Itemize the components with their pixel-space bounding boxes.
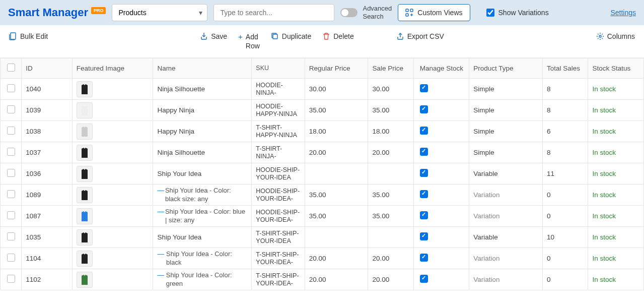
cell-sku[interactable]: T-SHIRT-HAPPY-NINJA [252, 121, 305, 142]
cell-regular-price[interactable]: 20.00 [305, 269, 368, 290]
cell-id[interactable]: 1039 [22, 100, 72, 121]
dashboard-select[interactable]: Products [112, 4, 207, 21]
cell-stock-status[interactable]: In stock [588, 185, 644, 206]
cell-stock-status[interactable]: In stock [588, 142, 644, 163]
select-all-checkbox[interactable] [7, 64, 15, 72]
cell-name[interactable]: —Ship Your Idea - Color: black size: any [153, 185, 252, 206]
cell-featured-image[interactable] [72, 227, 153, 248]
cell-manage-stock[interactable] [413, 185, 469, 206]
cell-featured-image[interactable] [72, 206, 153, 227]
cell-sale-price[interactable] [368, 163, 413, 185]
cell-stock-status[interactable]: In stock [588, 227, 644, 248]
cell-sku[interactable]: HOODIE-HAPPY-NINJA [252, 100, 305, 121]
cell-stock-status[interactable]: In stock [588, 79, 644, 100]
cell-name[interactable]: Happy Ninja [153, 121, 252, 142]
cell-total-sales[interactable]: 10 [542, 227, 588, 248]
cell-manage-stock[interactable] [413, 79, 469, 100]
show-variations-checkbox[interactable] [486, 9, 494, 17]
cell-regular-price[interactable]: 30.00 [305, 79, 368, 100]
col-header-total-sales[interactable]: Total Sales [542, 58, 588, 79]
cell-name[interactable]: —Ship Your Idea - Color: black [153, 248, 252, 269]
row-checkbox[interactable] [7, 105, 15, 113]
cell-regular-price[interactable] [305, 163, 368, 185]
col-header-name[interactable]: Name [153, 58, 252, 79]
cell-product-type[interactable]: Variable [469, 227, 543, 248]
cell-name[interactable]: Ninja Silhouette [153, 79, 252, 100]
col-header-product-type[interactable]: Product Type [469, 58, 543, 79]
col-header-sku[interactable]: SKU [252, 58, 305, 79]
manage-stock-checkbox[interactable] [420, 84, 428, 92]
show-variations-wrap[interactable]: Show Variations [486, 9, 549, 17]
cell-featured-image[interactable] [72, 163, 153, 185]
search-input[interactable] [213, 4, 334, 21]
cell-product-type[interactable]: Variation [469, 269, 543, 290]
custom-views-button[interactable]: Custom Views [398, 4, 470, 21]
manage-stock-checkbox[interactable] [420, 105, 428, 113]
export-csv-button[interactable]: Export CSV [396, 32, 444, 40]
cell-name[interactable]: —Ship Your Idea - Color: green [153, 269, 252, 290]
cell-name[interactable]: Ship Your Idea [153, 163, 252, 185]
cell-id[interactable]: 1036 [22, 163, 72, 185]
cell-total-sales[interactable]: 0 [542, 248, 588, 269]
cell-sku[interactable]: T-SHIRT-NINJA- [252, 142, 305, 163]
cell-name[interactable]: Happy Ninja [153, 100, 252, 121]
cell-manage-stock[interactable] [413, 142, 469, 163]
col-header-image[interactable]: Featured Image [72, 58, 153, 79]
cell-sku[interactable]: HOODIE-SHIP-YOUR-IDEA- [252, 185, 305, 206]
col-header-manage-stock[interactable]: Manage Stock [413, 58, 469, 79]
add-row-button[interactable]: + Add Row [238, 32, 260, 50]
cell-featured-image[interactable] [72, 121, 153, 142]
cell-id[interactable]: 1089 [22, 185, 72, 206]
cell-total-sales[interactable]: 0 [542, 206, 588, 227]
cell-featured-image[interactable] [72, 142, 153, 163]
cell-manage-stock[interactable] [413, 227, 469, 248]
row-checkbox[interactable] [7, 84, 15, 92]
cell-stock-status[interactable]: In stock [588, 206, 644, 227]
cell-product-type[interactable]: Simple [469, 121, 543, 142]
cell-total-sales[interactable]: 6 [542, 121, 588, 142]
cell-sale-price[interactable]: 20.00 [368, 142, 413, 163]
row-checkbox[interactable] [7, 148, 15, 156]
col-header-stock-status[interactable]: Stock Status [588, 58, 644, 79]
cell-id[interactable]: 1087 [22, 206, 72, 227]
cell-id[interactable]: 1038 [22, 121, 72, 142]
cell-stock-status[interactable]: In stock [588, 121, 644, 142]
cell-stock-status[interactable]: In stock [588, 248, 644, 269]
bulk-edit-button[interactable]: Bulk Edit [9, 32, 48, 40]
cell-manage-stock[interactable] [413, 163, 469, 185]
manage-stock-checkbox[interactable] [420, 127, 428, 135]
cell-name[interactable]: —Ship Your Idea - Color: blue | size: an… [153, 206, 252, 227]
cell-product-type[interactable]: Variation [469, 248, 543, 269]
cell-total-sales[interactable]: 0 [542, 185, 588, 206]
row-checkbox[interactable] [7, 211, 15, 219]
cell-manage-stock[interactable] [413, 100, 469, 121]
cell-total-sales[interactable]: 0 [542, 269, 588, 290]
cell-product-type[interactable]: Simple [469, 79, 543, 100]
row-checkbox[interactable] [7, 254, 15, 262]
cell-featured-image[interactable] [72, 269, 153, 290]
cell-product-type[interactable]: Variation [469, 185, 543, 206]
advanced-search-toggle[interactable] [340, 8, 357, 17]
cell-featured-image[interactable] [72, 79, 153, 100]
cell-sku[interactable]: T-SHIRT-SHIP-YOUR-IDEA [252, 227, 305, 248]
row-checkbox[interactable] [7, 190, 15, 198]
manage-stock-checkbox[interactable] [420, 232, 428, 240]
manage-stock-checkbox[interactable] [420, 169, 428, 177]
col-header-regular-price[interactable]: Regular Price [305, 58, 368, 79]
cell-regular-price[interactable] [305, 227, 368, 248]
cell-id[interactable]: 1102 [22, 269, 72, 290]
cell-sku[interactable]: T-SHIRT-SHIP-YOUR-IDEA- [252, 269, 305, 290]
cell-product-type[interactable]: Simple [469, 142, 543, 163]
row-checkbox[interactable] [7, 169, 15, 177]
manage-stock-checkbox[interactable] [420, 211, 428, 219]
manage-stock-checkbox[interactable] [420, 148, 428, 156]
cell-sku[interactable]: HOODIE-SHIP-YOUR-IDEA- [252, 206, 305, 227]
cell-id[interactable]: 1035 [22, 227, 72, 248]
cell-manage-stock[interactable] [413, 248, 469, 269]
cell-manage-stock[interactable] [413, 269, 469, 290]
delete-button[interactable]: Delete [322, 32, 353, 40]
cell-regular-price[interactable]: 18.00 [305, 121, 368, 142]
columns-button[interactable]: Columns [596, 32, 635, 40]
cell-stock-status[interactable]: In stock [588, 269, 644, 290]
cell-name[interactable]: Ship Your Idea [153, 227, 252, 248]
